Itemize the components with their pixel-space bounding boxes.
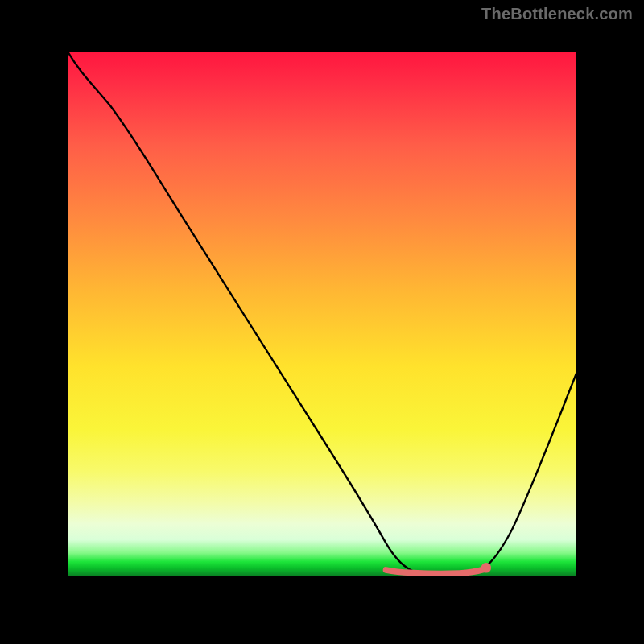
optimal-range-end-dot — [481, 563, 491, 573]
bottleneck-curve — [68, 52, 576, 574]
chart-svg — [68, 52, 576, 576]
optimal-range-marker — [386, 569, 483, 573]
chart-frame — [0, 0, 644, 644]
plot-area — [68, 52, 576, 576]
attribution-label: TheBottleneck.com — [481, 5, 633, 23]
